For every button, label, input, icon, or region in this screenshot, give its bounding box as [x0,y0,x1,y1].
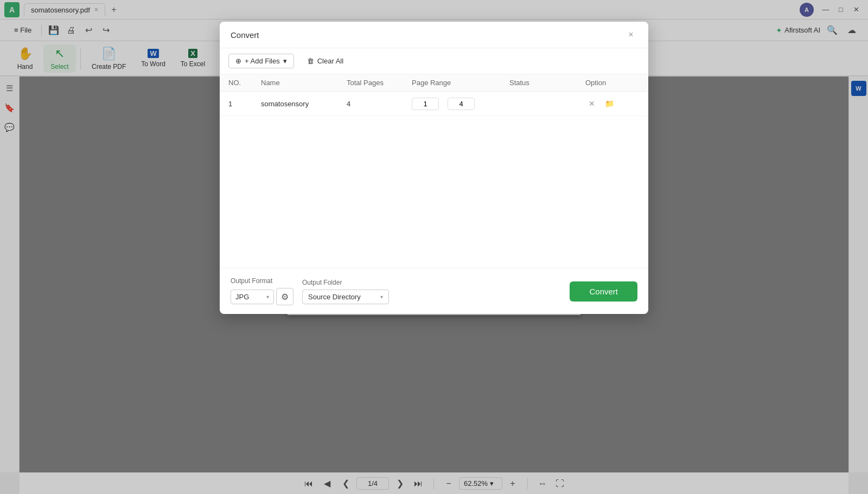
format-chevron: ▾ [266,294,269,300]
output-format-section: Output Format JPG ▾ ⚙ [231,277,293,305]
output-format-label: Output Format [231,277,293,285]
col-page-range: Page Range [412,79,509,87]
table-header: NO. Name Total Pages Page Range Status O… [220,74,648,92]
modal-toolbar: ⊕ + Add Files ▾ 🗑 Clear All [220,48,648,74]
format-select[interactable]: JPG ▾ [231,290,274,304]
add-files-chevron: ▾ [283,57,287,65]
col-option: Option [585,79,640,87]
row-total-pages: 4 [347,100,412,108]
folder-value: Source Directory [308,293,361,301]
add-files-button[interactable]: ⊕ + Add Files ▾ [228,54,294,68]
clear-all-button[interactable]: 🗑 Clear All [301,54,350,68]
col-total-pages: Total Pages [347,79,412,87]
folder-select[interactable]: Source Directory ▾ [302,290,389,304]
convert-button[interactable]: Convert [570,281,637,301]
modal-overlay: Convert × ⊕ + Add Files ▾ 🗑 Clear All NO… [0,0,868,494]
format-value: JPG [235,293,249,301]
format-settings-button[interactable]: ⚙ [276,288,293,305]
col-name: Name [261,79,347,87]
page-range [412,98,509,110]
output-folder-label: Output Folder [302,279,389,286]
modal-close-button[interactable]: × [624,28,637,41]
modal-title: Convert [231,30,259,40]
folder-chevron: ▾ [380,294,383,300]
output-folder-section: Output Folder Source Directory ▾ [302,279,389,304]
clear-all-label: Clear All [317,57,343,65]
modal-footer: Output Format JPG ▾ ⚙ Output Folder Sour… [220,268,648,314]
col-status: Status [509,79,585,87]
modal-header: Convert × [220,22,648,48]
clear-icon: 🗑 [307,57,314,65]
row-options: ✕ 📁 [585,97,640,110]
row-folder-button[interactable]: 📁 [603,97,616,110]
table-row: 1 somatosensory 4 ✕ 📁 [220,92,648,116]
table-empty-area [220,116,648,268]
row-no: 1 [228,100,261,108]
row-delete-button[interactable]: ✕ [585,97,598,110]
col-no: NO. [228,79,261,87]
page-to-input[interactable] [448,98,475,110]
add-files-icon: ⊕ [235,57,241,65]
row-name: somatosensory [261,100,347,108]
add-files-label: + Add Files [245,57,280,65]
convert-modal: Convert × ⊕ + Add Files ▾ 🗑 Clear All NO… [220,22,648,314]
page-from-input[interactable] [412,98,439,110]
format-select-group: JPG ▾ ⚙ [231,288,293,305]
